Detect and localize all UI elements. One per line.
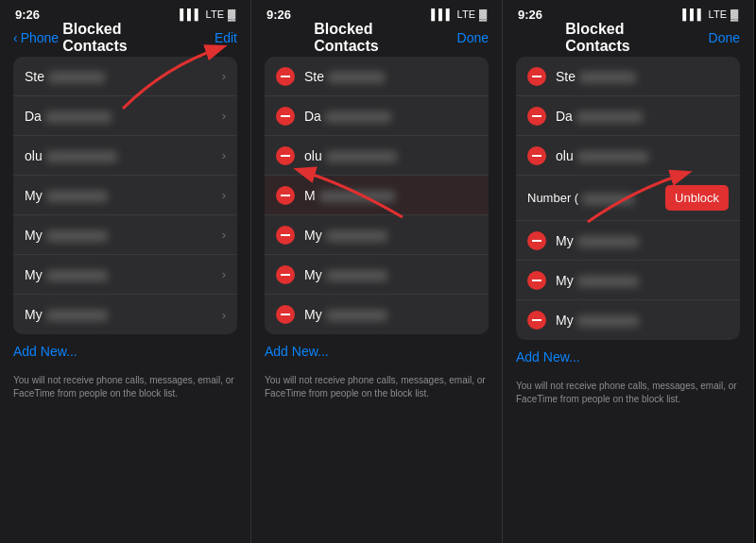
contact-name: Ste <box>304 69 477 84</box>
contact-name: My <box>556 313 729 328</box>
number-unblock-row[interactable]: Number ( Unblock <box>516 176 740 221</box>
done-button-3[interactable]: Done <box>709 30 740 45</box>
list-item[interactable]: olu › <box>13 136 237 176</box>
list-item[interactable]: My › <box>13 295 237 334</box>
back-button[interactable]: ‹ Phone <box>13 30 59 45</box>
list-item[interactable]: My › <box>13 255 237 295</box>
blurred-name <box>46 270 108 281</box>
blurred-name <box>48 72 105 83</box>
blurred-name <box>326 270 387 281</box>
contact-name: Da <box>556 109 729 124</box>
lte-label: LTE <box>457 8 475 20</box>
status-icons: ▌▌▌ LTE ▓ <box>180 8 235 20</box>
blurred-name <box>46 230 108 242</box>
blurred-name <box>576 111 643 123</box>
minus-button[interactable] <box>276 265 295 284</box>
list-item[interactable]: Ste › <box>13 57 237 96</box>
list-item[interactable]: My › <box>13 176 237 215</box>
footer-note: You will not receive phone calls, messag… <box>0 368 250 410</box>
contact-name: My <box>304 267 477 282</box>
minus-button[interactable] <box>527 311 546 330</box>
blurred-name <box>45 111 112 123</box>
list-item[interactable]: olu <box>516 136 740 176</box>
list-item[interactable]: My <box>265 215 489 255</box>
minus-button[interactable] <box>527 146 546 165</box>
signal-icon: ▌▌▌ <box>180 8 201 20</box>
unblock-button[interactable]: Unblock <box>665 185 729 211</box>
done-button[interactable]: Done <box>457 30 489 45</box>
list-item[interactable]: Da <box>265 96 489 136</box>
minus-button[interactable] <box>276 186 295 205</box>
blurred-number <box>582 194 634 205</box>
signal-icon: ▌▌▌ <box>431 8 453 20</box>
blurred-name <box>326 151 397 162</box>
minus-button[interactable] <box>527 67 546 86</box>
add-new-button[interactable]: Add New... <box>0 334 250 368</box>
list-item[interactable]: My <box>265 295 489 334</box>
footer-note: You will not receive phone calls, messag… <box>251 368 502 410</box>
status-time: 9:26 <box>266 8 291 22</box>
contact-name: Ste <box>556 69 729 84</box>
minus-button[interactable] <box>276 107 295 126</box>
minus-button[interactable] <box>276 226 295 245</box>
contact-name: Da <box>25 109 218 124</box>
minus-button[interactable] <box>527 271 546 290</box>
blurred-name <box>319 191 395 202</box>
page-title-1: Blocked Contacts <box>62 21 188 55</box>
chevron-right-icon: › <box>222 228 226 242</box>
blurred-name <box>326 310 387 321</box>
status-icons: ▌▌▌ LTE ▓ <box>431 8 487 20</box>
panel-3: 9:26 ▌▌▌ LTE ▓ Blocked Contacts Done Ste… <box>503 0 754 543</box>
list-item[interactable]: olu <box>265 136 489 176</box>
nav-bar-2: Blocked Contacts Done <box>251 26 502 53</box>
blurred-name <box>577 276 639 287</box>
nav-bar-1: ‹ Phone Blocked Contacts Edit <box>0 26 250 53</box>
list-item[interactable]: My › <box>13 215 237 255</box>
contacts-list-2: Ste Da olu M My My <box>265 57 489 334</box>
minus-button[interactable] <box>276 67 295 86</box>
minus-button[interactable] <box>276 146 295 165</box>
status-time: 9:26 <box>518 8 542 22</box>
list-item[interactable]: Ste <box>265 57 489 96</box>
list-item[interactable]: Da › <box>13 96 237 136</box>
contacts-list-1: Ste › Da › olu › My › My › My › <box>13 57 237 334</box>
contact-name: My <box>25 267 218 282</box>
contact-name: M <box>304 188 477 203</box>
contact-name: olu <box>25 148 218 163</box>
add-new-button[interactable]: Add New... <box>503 340 753 374</box>
chevron-right-icon: › <box>222 109 226 123</box>
list-item[interactable]: My <box>516 221 740 261</box>
blurred-name <box>577 151 648 162</box>
list-item[interactable]: M <box>265 176 489 215</box>
list-item[interactable]: My <box>516 261 740 300</box>
contact-name: My <box>304 307 477 322</box>
blurred-name <box>326 230 387 242</box>
minus-button[interactable] <box>276 305 295 324</box>
blurred-name <box>577 236 639 247</box>
signal-icon: ▌▌▌ <box>682 8 704 20</box>
contact-name: My <box>304 228 477 243</box>
chevron-right-icon: › <box>222 308 226 322</box>
chevron-right-icon: › <box>222 267 226 281</box>
chevron-left-icon: ‹ <box>13 30 18 45</box>
back-label: Phone <box>21 30 59 45</box>
blurred-name <box>46 310 108 321</box>
contact-name: My <box>556 273 729 288</box>
minus-button[interactable] <box>527 231 546 250</box>
page-title-2: Blocked Contacts <box>314 21 439 55</box>
chevron-right-icon: › <box>222 69 226 83</box>
contacts-list-3: Ste Da olu Number ( Unblock My <box>516 57 740 340</box>
status-time: 9:26 <box>15 8 40 22</box>
list-item[interactable]: Ste <box>516 57 740 96</box>
minus-button[interactable] <box>527 107 546 126</box>
panel-1: 9:26 ▌▌▌ LTE ▓ ‹ Phone Blocked Contacts … <box>0 0 251 543</box>
list-item[interactable]: My <box>516 300 740 340</box>
blurred-name <box>577 315 639 327</box>
status-icons: ▌▌▌ LTE ▓ <box>682 8 738 20</box>
contact-name: olu <box>556 148 729 163</box>
blurred-name <box>46 151 117 162</box>
list-item[interactable]: Da <box>516 96 740 136</box>
list-item[interactable]: My <box>265 255 489 295</box>
add-new-button[interactable]: Add New... <box>251 334 502 368</box>
edit-button[interactable]: Edit <box>215 30 237 45</box>
